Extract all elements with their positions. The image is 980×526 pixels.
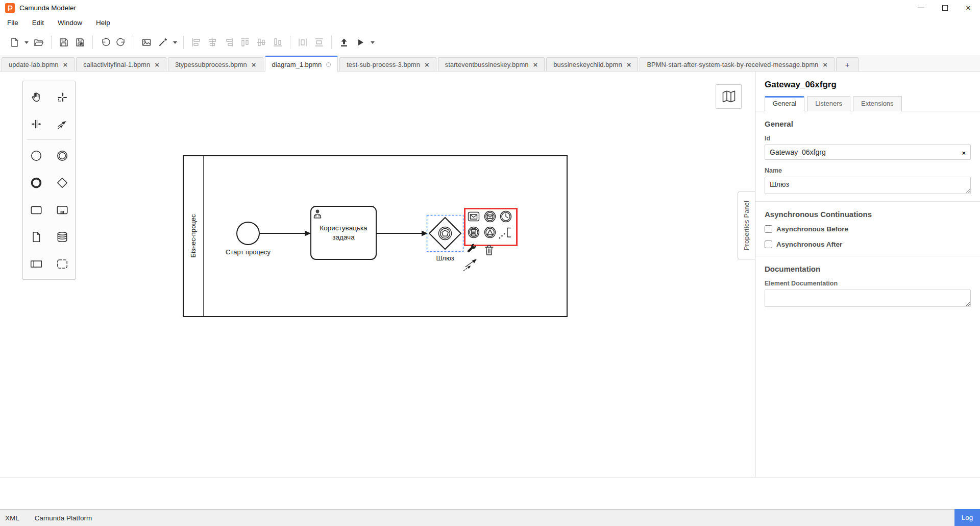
unsaved-indicator-icon[interactable] (326, 62, 331, 67)
tab-diagram-1[interactable]: diagram_1.bpmn (265, 56, 338, 71)
id-field-group: Id × (765, 135, 971, 160)
deploy-button[interactable] (336, 34, 352, 51)
export-image-button[interactable] (138, 34, 155, 51)
menu-edit[interactable]: Edit (32, 19, 44, 27)
platform-indicator[interactable]: Camunda Platform (35, 514, 92, 522)
create-end-event[interactable] (23, 169, 49, 196)
toolbar-separator (134, 36, 134, 49)
save-as-button[interactable] (72, 34, 88, 51)
xml-view-button[interactable]: XML (5, 514, 19, 522)
append-timer-event-button[interactable] (501, 211, 511, 222)
documentation-section: Documentation Element Documentation (765, 256, 971, 307)
create-data-store[interactable] (49, 223, 75, 250)
tab-bpmn-start-after-system-task[interactable]: BPMN-start-after-system-task-by-received… (640, 57, 835, 71)
log-button[interactable]: Log (954, 509, 980, 526)
caret-down-icon (24, 41, 29, 44)
intermediate-event-icon (56, 149, 69, 162)
name-input[interactable]: Шлюз (765, 177, 971, 194)
toolbar-separator (51, 36, 52, 49)
redo-button[interactable] (113, 34, 130, 51)
close-tab-icon[interactable]: × (425, 61, 429, 68)
distribute-horizontal-icon (298, 37, 308, 47)
undo-button[interactable] (97, 34, 113, 51)
minimize-button[interactable] (910, 0, 933, 15)
name-field-group: Name Шлюз (765, 167, 971, 194)
menu-file[interactable]: File (7, 19, 18, 27)
subprocess-icon (56, 203, 69, 217)
tab-extensions[interactable]: Extensions (853, 96, 902, 111)
close-tab-icon[interactable]: × (823, 61, 827, 68)
close-tab-icon[interactable]: × (533, 61, 537, 68)
space-tool[interactable] (23, 110, 49, 137)
create-group[interactable] (49, 250, 75, 277)
append-conditional-event-button[interactable] (469, 227, 479, 238)
distribute-vertical-button[interactable] (311, 34, 327, 51)
group-icon (56, 257, 69, 271)
clear-id-icon[interactable]: × (962, 150, 966, 156)
distribute-horizontal-button[interactable] (295, 34, 311, 51)
end-event-icon (30, 176, 43, 189)
create-data-object[interactable] (23, 223, 49, 250)
align-center-button[interactable] (204, 34, 220, 51)
align-top-button[interactable] (237, 34, 253, 51)
tab-starteventbussineskey[interactable]: starteventbussineskey.bpmn × (438, 57, 545, 71)
start-instance-button[interactable] (352, 34, 369, 51)
new-file-button[interactable] (6, 34, 22, 51)
async-after-checkbox[interactable] (765, 241, 772, 248)
hand-tool[interactable] (23, 83, 49, 110)
close-tab-icon[interactable]: × (155, 61, 159, 68)
lasso-tool[interactable] (49, 83, 75, 110)
properties-panel-toggle[interactable]: Properties Panel (738, 192, 755, 259)
align-center-icon (207, 37, 217, 47)
bpmn-user-task[interactable]: Користувацька задача (311, 206, 376, 259)
format-tool-button[interactable] (155, 34, 171, 51)
align-bottom-button[interactable] (270, 34, 286, 51)
create-task[interactable] (23, 196, 49, 223)
tab-listeners[interactable]: Listeners (807, 96, 850, 111)
align-middle-button[interactable] (253, 34, 270, 51)
toolbar-separator (331, 36, 332, 49)
save-as-icon (75, 37, 85, 47)
open-file-button[interactable] (31, 34, 47, 51)
task-label-line1: Користувацька (320, 224, 368, 232)
maximize-button[interactable] (933, 0, 957, 15)
paintbrush-icon (158, 37, 168, 47)
id-input[interactable] (765, 145, 971, 160)
start-instance-dropdown[interactable] (369, 34, 377, 51)
tab-update-lab[interactable]: update-lab.bpmn × (2, 57, 75, 71)
close-tab-icon[interactable]: × (252, 61, 256, 68)
data-object-icon (30, 230, 43, 244)
tab-test-sub-process-3[interactable]: test-sub-process-3.bpmn × (339, 57, 436, 71)
async-before-checkbox[interactable] (765, 225, 772, 233)
status-bar: XML Camunda Platform Log (0, 509, 980, 526)
tab-general[interactable]: General (765, 96, 804, 111)
palette-separator (27, 139, 71, 140)
new-file-dropdown[interactable] (22, 34, 31, 51)
close-tab-icon[interactable]: × (627, 61, 631, 68)
create-start-event[interactable] (23, 142, 49, 169)
create-participant[interactable] (23, 250, 49, 277)
menu-help[interactable]: Help (96, 19, 110, 27)
tab-3typessubprocess[interactable]: 3typessubprocess.bpmn × (168, 57, 263, 71)
tab-bussineskeychild[interactable]: bussineskeychild.bpmn × (546, 57, 638, 71)
create-subprocess[interactable] (49, 196, 75, 223)
minimap-toggle-button[interactable] (716, 84, 742, 109)
new-tab-button[interactable]: + (836, 57, 859, 71)
align-right-button[interactable] (220, 34, 237, 51)
tab-callactivityfinal-1[interactable]: callactivityfinal-1.bpmn × (76, 57, 166, 71)
format-tool-dropdown[interactable] (171, 34, 179, 51)
window-title: Camunda Modeler (19, 4, 76, 12)
footer-gap (0, 477, 980, 509)
diagram-canvas[interactable]: Бізнес-процес Старт процесу Кор (0, 71, 755, 477)
element-documentation-input[interactable] (765, 290, 971, 307)
menu-window[interactable]: Window (58, 19, 82, 27)
close-tab-icon[interactable]: × (63, 61, 68, 68)
global-connect-tool[interactable] (49, 110, 75, 137)
create-intermediate-event[interactable] (49, 142, 75, 169)
align-left-button[interactable] (188, 34, 204, 51)
tab-bar: update-lab.bpmn × callactivityfinal-1.bp… (0, 55, 980, 71)
create-gateway[interactable] (49, 169, 75, 196)
save-button[interactable] (56, 34, 72, 51)
async-after-label: Asynchronous After (776, 241, 842, 248)
close-button[interactable]: × (957, 0, 980, 15)
